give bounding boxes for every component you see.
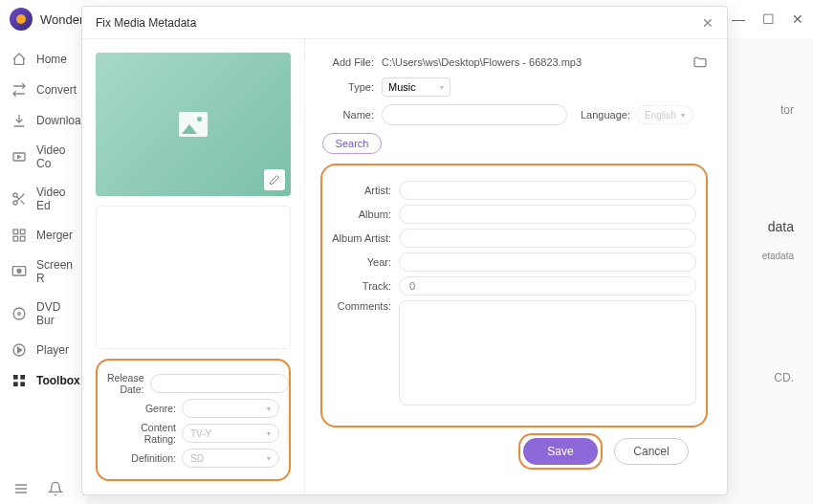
modal-title: Fix Media Metadata: [96, 16, 196, 30]
search-button[interactable]: Search: [322, 133, 382, 154]
preview-panel: [96, 206, 291, 349]
release-date-label: Release Date:: [107, 372, 150, 395]
content-rating-label: Content Rating:: [107, 422, 182, 445]
definition-select[interactable]: SD▾: [182, 449, 279, 468]
folder-icon[interactable]: [692, 55, 708, 70]
bg-text: data: [762, 210, 794, 244]
close-button[interactable]: ✕: [792, 11, 803, 27]
year-label: Year:: [326, 256, 399, 268]
svg-point-2: [13, 201, 17, 205]
svg-rect-6: [20, 236, 25, 241]
bg-text: tor: [762, 96, 794, 124]
grid-icon: [11, 373, 27, 388]
modal-close-button[interactable]: ✕: [702, 15, 714, 31]
comments-textarea[interactable]: [399, 300, 696, 405]
edit-cover-button[interactable]: [264, 169, 285, 190]
sidebar-item-label: Video Co: [36, 143, 75, 170]
svg-rect-13: [20, 375, 25, 380]
album-artist-input[interactable]: [399, 229, 696, 248]
left-fields-highlight: Release Date: Genre: ▾ Content Rating: T…: [96, 359, 291, 481]
genre-label: Genre:: [107, 403, 182, 414]
album-input[interactable]: [399, 205, 696, 224]
language-label: Language:: [581, 109, 630, 121]
track-label: Track:: [326, 280, 399, 292]
file-path-text: C:\Users\ws\Desktop\Flowers - 66823.mp3: [382, 56, 685, 68]
disc-icon: [11, 306, 27, 321]
sidebar-item-toolbox[interactable]: Toolbox: [0, 365, 86, 396]
add-file-label: Add File:: [320, 56, 382, 68]
cover-art-preview: [96, 53, 291, 196]
album-label: Album:: [326, 208, 399, 220]
save-button-highlight: Save: [518, 433, 603, 470]
sidebar-item-label: Screen R: [36, 258, 75, 285]
svg-point-9: [13, 308, 25, 319]
svg-rect-5: [13, 236, 18, 241]
scissors-icon: [11, 191, 27, 207]
hamburger-icon[interactable]: [13, 481, 29, 496]
sidebar-item-label: Merger: [36, 229, 73, 242]
screen-record-icon: [11, 264, 27, 279]
maximize-button[interactable]: ☐: [762, 11, 775, 27]
video-compress-icon: [11, 149, 27, 164]
release-date-input[interactable]: [150, 374, 289, 393]
fix-metadata-modal: Fix Media Metadata ✕ Release Date:: [81, 6, 728, 495]
convert-icon: [11, 82, 27, 98]
sidebar-item-video-compressor[interactable]: Video Co: [0, 136, 86, 178]
sidebar-item-converter[interactable]: Convert: [0, 75, 86, 105]
name-input[interactable]: [382, 104, 567, 125]
pencil-icon: [269, 174, 280, 186]
sidebar-item-label: Downloa: [36, 114, 81, 127]
sidebar-item-home[interactable]: Home: [0, 44, 86, 75]
type-select[interactable]: Music▾: [382, 77, 450, 97]
download-icon: [11, 113, 27, 128]
track-input[interactable]: [399, 276, 696, 296]
svg-rect-12: [13, 375, 18, 380]
comments-label: Comments:: [326, 300, 399, 312]
year-input[interactable]: [399, 252, 696, 272]
sidebar-item-player[interactable]: Player: [0, 335, 86, 365]
bg-text: CD.: [762, 363, 794, 392]
play-icon: [11, 342, 27, 358]
app-title: Wonder: [40, 12, 83, 27]
album-artist-label: Album Artist:: [326, 232, 399, 244]
app-logo: [10, 8, 33, 31]
svg-rect-14: [13, 382, 18, 386]
svg-point-8: [17, 269, 21, 273]
svg-rect-3: [13, 230, 18, 234]
merge-icon: [11, 228, 27, 243]
type-label: Type:: [320, 81, 382, 93]
sidebar-item-label: Player: [36, 343, 69, 357]
sidebar-item-screen-recorder[interactable]: Screen R: [0, 251, 86, 293]
artist-input[interactable]: [399, 181, 696, 200]
definition-label: Definition:: [107, 452, 182, 464]
name-label: Name:: [320, 109, 382, 121]
image-placeholder-icon: [179, 112, 208, 137]
sidebar-item-label: Home: [36, 53, 67, 66]
sidebar-item-merger[interactable]: Merger: [0, 220, 86, 251]
metadata-fields-highlight: Artist: Album: Album Artist: Year: Track…: [320, 164, 708, 427]
sidebar-item-label: Toolbox: [36, 374, 80, 387]
cancel-button[interactable]: Cancel: [614, 438, 689, 465]
genre-select[interactable]: ▾: [182, 399, 279, 418]
artist-label: Artist:: [326, 185, 399, 196]
language-select[interactable]: English▾: [636, 105, 693, 124]
sidebar-item-video-editor[interactable]: Video Ed: [0, 178, 86, 220]
sidebar-item-dvd-burner[interactable]: DVD Bur: [0, 293, 86, 335]
svg-point-10: [18, 313, 21, 316]
save-button[interactable]: Save: [523, 438, 598, 465]
minimize-button[interactable]: —: [732, 11, 745, 27]
svg-rect-15: [20, 382, 25, 386]
sidebar-item-downloader[interactable]: Downloa: [0, 105, 86, 136]
svg-rect-4: [20, 230, 25, 234]
sidebar: Home Convert Downloa Video Co Video Ed M…: [0, 38, 86, 504]
sidebar-item-label: Convert: [36, 83, 77, 97]
svg-point-1: [13, 193, 17, 197]
content-rating-select[interactable]: TV-Y▾: [182, 424, 279, 443]
sidebar-item-label: Video Ed: [36, 186, 75, 212]
bell-icon[interactable]: [48, 481, 63, 496]
sidebar-item-label: DVD Bur: [36, 300, 75, 327]
bg-text: etadata: [762, 244, 794, 268]
home-icon: [11, 52, 27, 67]
